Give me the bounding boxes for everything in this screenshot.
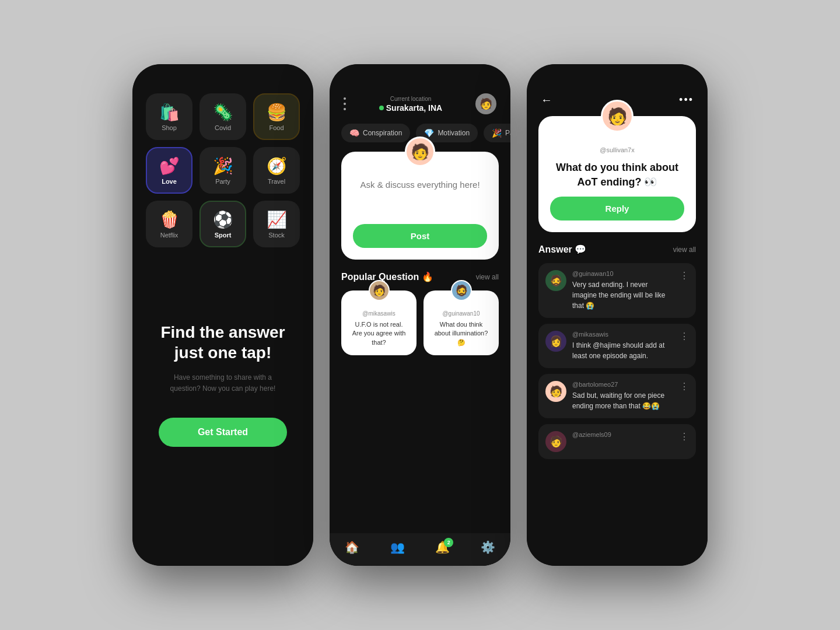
answers-view-all[interactable]: view all [673, 246, 696, 254]
phone-2-content: Current location Surakarta, INA 🧑 🧠 Cons… [330, 64, 510, 566]
more-button[interactable]: ••• [679, 94, 694, 106]
back-button[interactable]: ← [541, 93, 552, 107]
phone-3-content: ← ••• 🧑 @sullivan7x What do you think ab… [527, 64, 708, 566]
questions-row: 🧑 @mikasawis U.F.O is not real. Are you … [341, 290, 499, 355]
answer-1-avatar: 🧔 [545, 270, 566, 291]
user-avatar[interactable]: 🧑 [475, 93, 496, 114]
answer-item-1: 🧔 @guinawan10 Very sad ending. I never i… [538, 263, 696, 318]
dot-3 [344, 108, 346, 110]
answer-2-text: I think @hajime should add at least one … [572, 340, 674, 361]
category-shop[interactable]: 🛍️ Shop [146, 93, 192, 140]
category-travel[interactable]: 🧭 Travel [253, 147, 300, 194]
netflix-label: Netflix [160, 232, 178, 239]
answer-3-more[interactable]: ⋮ [680, 381, 689, 392]
shop-label: Shop [162, 124, 177, 131]
answer-4-body: @aziemels09 [572, 431, 674, 440]
answer-1-text: Very sad ending. I never imagine the end… [572, 279, 674, 311]
q1-text: U.F.O is not real. Are you agree with th… [349, 320, 408, 347]
location-value: Surakarta, INA [379, 103, 442, 113]
party-label: Party [215, 178, 230, 185]
food-icon: 🍔 [267, 103, 287, 122]
q1-avatar: 🧑 [369, 280, 390, 301]
get-started-button[interactable]: Get Started [159, 418, 287, 447]
party-icon: 🎉 [213, 156, 233, 176]
sport-icon: ⚽ [213, 210, 233, 229]
location-label: Current location [379, 96, 442, 102]
covid-icon: 🦠 [213, 103, 233, 122]
answer-3-user: @bartolomeo27 [572, 381, 674, 388]
answer-2-user: @mikasawis [572, 331, 674, 338]
bottom-nav: 🏠 👥 🔔 2 ⚙️ [330, 533, 510, 566]
food-label: Food [269, 124, 284, 131]
groups-icon: 👥 [390, 540, 405, 554]
phone-1-content: 🛍️ Shop 🦠 Covid 🍔 Food 💕 Love 🎉 Party [132, 64, 313, 566]
post-card: 🧑 Post [341, 152, 499, 260]
question-poster-avatar: 🧑 [601, 100, 634, 132]
answer-item-3: 🧑 @bartolomeo27 Sad but, waiting for one… [538, 374, 696, 418]
category-stock[interactable]: 📈 Stock [253, 201, 300, 247]
location-dot [379, 106, 384, 110]
question-text: What do you think about AoT ending? 👀 [550, 160, 684, 190]
travel-label: Travel [268, 178, 285, 185]
reply-button[interactable]: Reply [550, 197, 684, 220]
settings-icon: ⚙️ [481, 540, 495, 554]
question-poster-username: @sullivan7x [600, 146, 634, 153]
shop-icon: 🛍️ [159, 103, 180, 122]
answer-1-user: @guinawan10 [572, 270, 674, 277]
category-food[interactable]: 🍔 Food [253, 93, 300, 140]
menu-dots[interactable] [344, 97, 346, 110]
tag-party[interactable]: 🎉 Pa... [484, 124, 510, 142]
covid-label: Covid [215, 124, 231, 131]
nav-groups[interactable]: 👥 [390, 540, 405, 554]
popular-title: Popular Question 🔥 [341, 271, 433, 282]
answer-1-body: @guinawan10 Very sad ending. I never ima… [572, 270, 674, 311]
tagline-subtitle: Have something to share with a question?… [159, 372, 287, 394]
answer-1-more[interactable]: ⋮ [680, 270, 689, 281]
post-button[interactable]: Post [353, 224, 487, 248]
nav-home[interactable]: 🏠 [345, 540, 359, 554]
answer-2-avatar: 👩 [545, 331, 566, 352]
answer-3-text: Sad but, waiting for one piece ending mo… [572, 390, 674, 411]
post-input[interactable] [353, 180, 487, 215]
love-label: Love [162, 178, 177, 185]
answer-2-body: @mikasawis I think @hajime should add at… [572, 331, 674, 361]
category-party[interactable]: 🎉 Party [200, 147, 246, 194]
dot-1 [344, 97, 346, 100]
stock-icon: 📈 [267, 210, 287, 229]
tag-conspiration[interactable]: 🧠 Conspiration [341, 124, 410, 142]
dot-2 [344, 103, 346, 105]
q2-avatar: 🧔 [451, 280, 472, 301]
category-sport[interactable]: ⚽ Sport [200, 201, 246, 247]
answer-item-2: 👩 @mikasawis I think @hajime should add … [538, 324, 696, 368]
nav-notifications[interactable]: 🔔 2 [435, 540, 450, 554]
question-card-2[interactable]: 🧔 @guinawan10 What dou think about illum… [424, 290, 499, 355]
answers-header: Answer 💬 view all [538, 244, 696, 255]
popular-view-all[interactable]: view all [476, 273, 499, 281]
tagline-heading: Find the answer just one tap! [144, 322, 302, 363]
answer-2-more[interactable]: ⋮ [680, 331, 689, 342]
popular-header: Popular Question 🔥 view all [341, 271, 499, 282]
answer-3-body: @bartolomeo27 Sad but, waiting for one p… [572, 381, 674, 411]
q1-user: @mikasawis [349, 310, 408, 317]
notification-badge: 2 [444, 538, 453, 547]
q2-text: What dou think about illumination? 🤔 [432, 320, 491, 347]
home-icon: 🏠 [345, 540, 359, 554]
answers-section: Answer 💬 view all 🧔 @guinawan10 Very sad… [527, 244, 708, 566]
answer-4-more[interactable]: ⋮ [680, 431, 689, 442]
category-netflix[interactable]: 🍿 Netflix [146, 201, 192, 247]
answer-item-4: 🧑 @aziemels09 ⋮ [538, 424, 696, 459]
phone-3: ← ••• 🧑 @sullivan7x What do you think ab… [527, 64, 708, 566]
category-covid[interactable]: 🦠 Covid [200, 93, 246, 140]
category-love[interactable]: 💕 Love [146, 147, 192, 194]
location-display: Current location Surakarta, INA [379, 96, 442, 113]
answers-title: Answer 💬 [538, 244, 586, 255]
q2-user: @guinawan10 [432, 310, 491, 317]
nav-settings[interactable]: ⚙️ [481, 540, 495, 554]
answer-4-avatar: 🧑 [545, 431, 566, 452]
category-grid: 🛍️ Shop 🦠 Covid 🍔 Food 💕 Love 🎉 Party [146, 93, 300, 301]
answer-3-avatar: 🧑 [545, 381, 566, 402]
question-card-1[interactable]: 🧑 @mikasawis U.F.O is not real. Are you … [341, 290, 416, 355]
stock-label: Stock [268, 232, 285, 239]
netflix-icon: 🍿 [159, 210, 180, 229]
sport-label: Sport [215, 232, 232, 239]
